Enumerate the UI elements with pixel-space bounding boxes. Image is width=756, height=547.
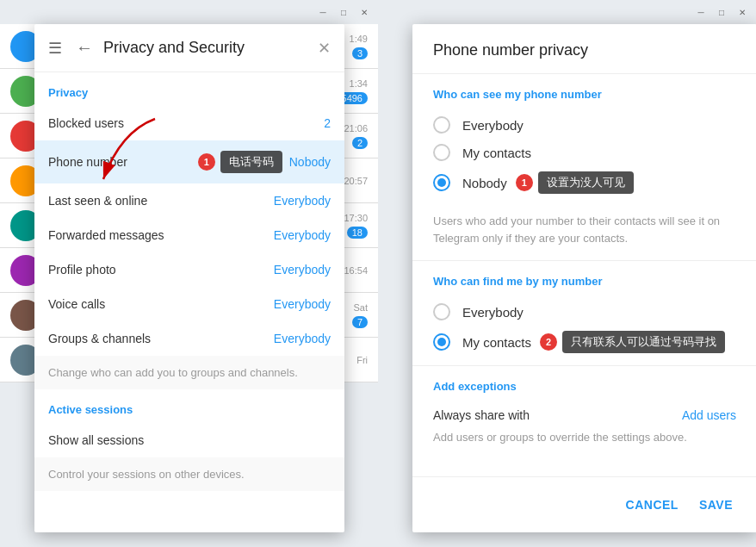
everybody-see-radio[interactable] [433, 116, 450, 134]
chat-time: 20:57 [344, 176, 368, 186]
blocked-users-count: 2 [324, 116, 331, 130]
hamburger-icon[interactable]: ☰ [48, 39, 62, 58]
dialog-title: Privacy and Security [103, 39, 318, 57]
chat-time: 21:06 [344, 123, 368, 134]
chat-time: 1:34 [350, 78, 368, 89]
phone-privacy-dialog: Phone number privacy Who can see my phon… [412, 24, 756, 532]
groups-desc: Change who can add you to groups and cha… [34, 356, 344, 389]
add-users-link[interactable]: Add users [682, 408, 736, 422]
everybody-find-label: Everybody [462, 305, 524, 320]
unread-badge: 18 [347, 227, 368, 239]
phone-number-value: Nobody [289, 155, 331, 169]
who-can-find-section: Who can find me by my number Everybody M… [412, 261, 756, 365]
profile-photo-value: Everybody [274, 263, 331, 277]
show-all-sessions-item[interactable]: Show all sessions [34, 423, 344, 457]
profile-photo-label: Profile photo [48, 263, 274, 277]
voice-calls-value: Everybody [274, 297, 331, 311]
last-seen-value: Everybody [274, 194, 331, 208]
always-share-row: Always share with Add users [433, 403, 736, 427]
groups-channels-item[interactable]: Groups & channels Everybody [34, 321, 344, 356]
chat-time: 1:49 [350, 34, 368, 44]
blocked-users-item[interactable]: Blocked users 2 [34, 106, 344, 140]
nobody-see-radio[interactable] [433, 174, 450, 191]
close-btn-right[interactable]: ✕ [735, 5, 749, 19]
phone-dialog-body: Who can see my phone number Everybody My… [412, 74, 756, 476]
who-can-find-title: Who can find me by my number [433, 275, 736, 288]
sessions-desc: Control your sessions on other devices. [34, 457, 344, 491]
right-app-window: ─ □ ✕ Phone number privacy Who can see m… [378, 0, 756, 547]
chat-time: 17:30 [344, 213, 368, 223]
groups-channels-value: Everybody [274, 332, 331, 345]
left-app-window: ─ □ ✕ ... 1:49 3 草... 1:34 5496 [0, 0, 378, 547]
my-contacts-tooltip: 只有联系人可以通过号码寻找 [562, 331, 725, 353]
always-share-label: Always share with [433, 408, 530, 422]
everybody-see-option[interactable]: Everybody [433, 111, 736, 139]
phone-dialog-title: Phone number privacy [433, 41, 736, 59]
everybody-see-label: Everybody [462, 118, 524, 133]
add-exceptions-title: Add exceptions [433, 380, 736, 393]
phone-tooltip: 电话号码 [220, 151, 282, 173]
nobody-see-label: Nobody [462, 176, 507, 190]
close-btn-left[interactable]: ✕ [357, 5, 371, 19]
add-exceptions-note: Add users or groups to override the sett… [433, 427, 736, 454]
who-can-see-title: Who can see my phone number [433, 88, 736, 101]
dialog-body: Privacy Blocked users 2 Phone number 1 电… [34, 72, 344, 532]
phone-number-item[interactable]: Phone number 1 电话号码 Nobody [34, 140, 344, 183]
my-contacts-see-radio[interactable] [433, 144, 450, 161]
maximize-btn-right[interactable]: □ [715, 5, 728, 19]
groups-channels-label: Groups & channels [48, 332, 274, 345]
voice-calls-item[interactable]: Voice calls Everybody [34, 287, 344, 321]
right-title-bar: ─ □ ✕ [378, 0, 756, 24]
my-contacts-find-radio[interactable] [433, 333, 450, 351]
last-seen-label: Last seen & online [48, 194, 274, 208]
nobody-annotation-badge: 1 [516, 174, 533, 191]
close-dialog-btn[interactable]: ✕ [318, 39, 331, 58]
save-button[interactable]: SAVE [696, 491, 736, 519]
maximize-btn[interactable]: □ [337, 5, 350, 19]
privacy-security-dialog: ☰ ← Privacy and Security ✕ Privacy Block… [34, 24, 344, 532]
my-contacts-find-option[interactable]: My contacts 2 只有联系人可以通过号码寻找 [433, 326, 736, 358]
unread-badge: 7 [352, 316, 368, 328]
forwarded-messages-label: Forwarded messages [48, 228, 274, 242]
minimize-btn-right[interactable]: ─ [694, 5, 708, 19]
nobody-tooltip: 设置为没人可见 [538, 171, 634, 194]
nobody-see-option[interactable]: Nobody 1 设置为没人可见 [433, 166, 736, 199]
dialog-header: ☰ ← Privacy and Security ✕ [34, 24, 344, 72]
my-contacts-see-option[interactable]: My contacts [433, 139, 736, 166]
everybody-find-radio[interactable] [433, 303, 450, 320]
privacy-section-title: Privacy [34, 72, 344, 106]
privacy-note: Users who add your number to their conta… [412, 206, 756, 261]
forwarded-messages-value: Everybody [274, 228, 331, 242]
chat-time: Sat [353, 302, 368, 313]
unread-badge: 3 [352, 47, 368, 59]
my-contacts-find-label: My contacts [462, 335, 531, 350]
my-contacts-annotation-badge: 2 [540, 333, 557, 351]
minimize-btn[interactable]: ─ [316, 5, 330, 19]
annotation-badge-1: 1 [198, 153, 215, 171]
everybody-find-option[interactable]: Everybody [433, 298, 736, 326]
my-contacts-see-label: My contacts [462, 146, 531, 160]
add-exceptions-section: Add exceptions Always share with Add use… [412, 365, 756, 461]
phone-dialog-footer: CANCEL SAVE [412, 476, 756, 532]
show-all-sessions-label: Show all sessions [48, 433, 331, 447]
cancel-button[interactable]: CANCEL [623, 491, 682, 519]
unread-badge: 2 [352, 137, 368, 149]
phone-dialog-header: Phone number privacy [412, 24, 756, 74]
left-title-bar: ─ □ ✕ [0, 0, 378, 24]
who-can-see-section: Who can see my phone number Everybody My… [412, 74, 756, 206]
voice-calls-label: Voice calls [48, 297, 274, 311]
chat-time: Fri [356, 355, 368, 365]
active-sessions-title: Active sessions [34, 389, 344, 423]
last-seen-item[interactable]: Last seen & online Everybody [34, 183, 344, 218]
back-button[interactable]: ← [76, 38, 93, 58]
forwarded-messages-item[interactable]: Forwarded messages Everybody [34, 218, 344, 252]
profile-photo-item[interactable]: Profile photo Everybody [34, 252, 344, 287]
chat-time: 16:54 [344, 265, 368, 276]
